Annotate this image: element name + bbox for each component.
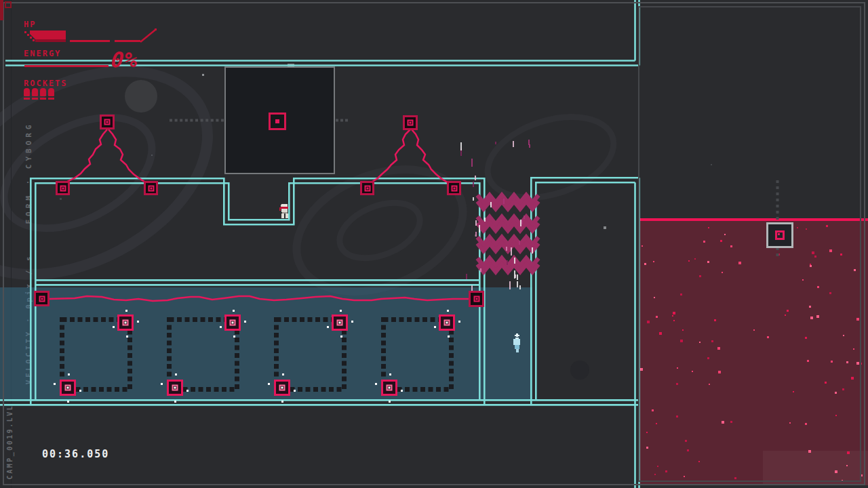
particle <box>507 260 508 265</box>
spark <box>434 326 436 328</box>
spark <box>244 321 246 323</box>
target-node <box>56 181 70 195</box>
spark <box>282 373 284 375</box>
spark <box>375 383 377 385</box>
particle <box>473 182 474 187</box>
rocket-icon <box>40 88 46 100</box>
particle <box>490 202 492 207</box>
crate-target-node <box>439 314 455 331</box>
spark <box>67 401 69 403</box>
spark <box>447 310 449 312</box>
spark <box>458 321 460 323</box>
rocket-icon <box>48 88 54 100</box>
target-core-icon <box>104 119 111 125</box>
spark <box>389 373 391 375</box>
edge-marker <box>0 0 3 20</box>
spark <box>340 336 342 338</box>
spark <box>113 326 115 328</box>
corner-marker <box>5 1 12 8</box>
rocket-icon <box>32 88 38 100</box>
crate-target-node <box>117 314 134 331</box>
target-core-icon <box>230 320 236 326</box>
spark <box>186 390 189 392</box>
target-core-icon <box>39 296 45 302</box>
particle <box>514 258 515 264</box>
particle <box>480 268 481 272</box>
spark <box>327 326 329 328</box>
particle <box>475 220 477 226</box>
crate-target-node <box>167 380 183 396</box>
laser-arc <box>108 129 149 184</box>
spark <box>233 336 235 338</box>
target-core-icon <box>65 385 71 391</box>
target-core-icon <box>337 320 343 326</box>
particle <box>519 285 521 289</box>
particle <box>471 285 473 291</box>
target-core-icon <box>473 296 479 302</box>
target-core-icon <box>148 185 154 191</box>
particle <box>506 247 507 251</box>
target-core-icon <box>275 119 279 123</box>
target-node <box>144 181 158 195</box>
wire-node <box>469 291 484 307</box>
game-viewport[interactable]: FORM : CYBORG VELOCITY : 0pix / s CAMP_0… <box>0 0 868 488</box>
laser-arc <box>368 129 410 184</box>
spark <box>161 383 163 385</box>
particle <box>466 274 467 279</box>
target-core-icon <box>364 185 370 191</box>
spark <box>340 310 342 312</box>
laser-arcs <box>64 129 452 184</box>
target-core-icon <box>60 185 66 191</box>
particle <box>503 199 505 204</box>
spark <box>389 401 391 403</box>
spark <box>351 321 353 323</box>
particle <box>479 225 480 232</box>
crate-target-node <box>60 380 76 396</box>
creature-sprite <box>511 333 522 354</box>
particle <box>475 232 477 237</box>
laser-arc <box>64 129 107 183</box>
target-node <box>100 115 115 129</box>
spark <box>175 373 177 375</box>
spark <box>220 326 222 328</box>
target-core-icon <box>408 120 414 126</box>
target-node <box>447 181 461 195</box>
spark <box>401 390 403 392</box>
spark <box>79 390 81 392</box>
particle <box>460 142 462 150</box>
particle <box>473 197 474 201</box>
spark <box>294 390 296 392</box>
target-core-icon <box>387 385 393 391</box>
particle <box>528 140 530 145</box>
target-core-icon <box>279 385 285 391</box>
wire-node <box>34 291 50 306</box>
crate-target-node <box>224 314 241 331</box>
spark <box>448 336 450 338</box>
spark <box>68 373 70 375</box>
spark <box>54 383 56 385</box>
particle <box>521 220 523 224</box>
target-core-icon <box>775 230 785 240</box>
particle <box>517 281 518 287</box>
particle <box>514 270 515 279</box>
particle <box>519 241 520 245</box>
crate-target-node <box>381 380 397 396</box>
box-target-node <box>269 113 286 130</box>
target-node <box>360 181 374 195</box>
spark <box>268 383 270 385</box>
particle <box>509 281 511 289</box>
spark <box>137 321 139 323</box>
particle <box>511 247 512 256</box>
spark <box>126 336 128 338</box>
spark <box>233 310 235 312</box>
timer-value: 00:36.050 <box>42 448 109 460</box>
spark <box>125 310 127 312</box>
rocket-icon <box>24 88 30 100</box>
target-core-icon <box>172 385 178 391</box>
particle <box>517 274 518 280</box>
target-node <box>403 115 418 130</box>
tension-wire <box>50 296 469 301</box>
target-core-icon <box>444 320 450 326</box>
waterfall-effect <box>460 139 549 291</box>
player-character <box>279 204 293 220</box>
